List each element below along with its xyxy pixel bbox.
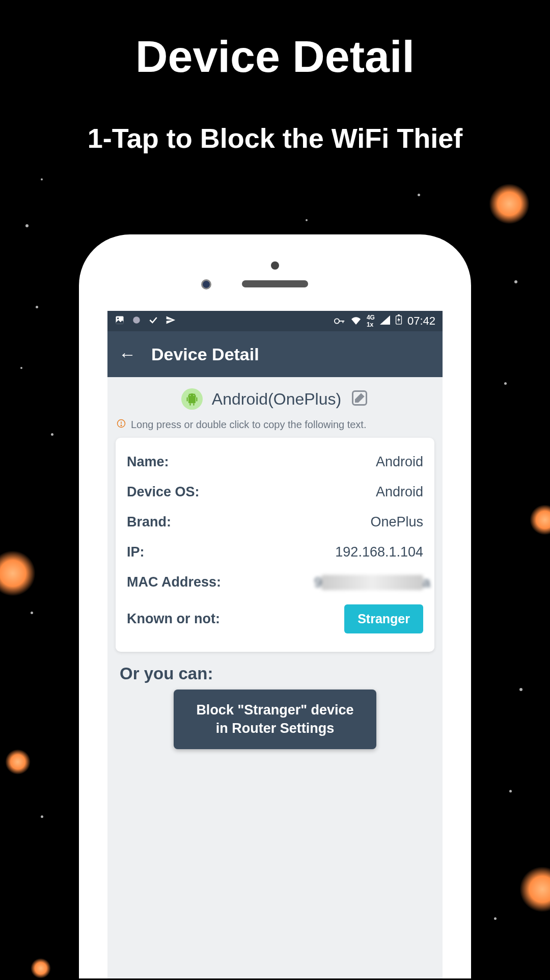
row-brand[interactable]: Brand: OnePlus	[127, 507, 423, 537]
row-mac[interactable]: MAC Address:	[127, 567, 423, 597]
promo-title: Device Detail	[0, 31, 550, 83]
promo-subtitle: 1-Tap to Block the WiFi Thief	[0, 122, 550, 154]
row-name[interactable]: Name: Android	[127, 447, 423, 477]
status-bar: 4G1x 07:42	[107, 311, 443, 331]
image-icon	[115, 315, 125, 328]
brand-label: Brand:	[127, 514, 171, 530]
details-card: Name: Android Device OS: Android Brand: …	[116, 438, 434, 652]
stranger-button[interactable]: Stranger	[344, 604, 423, 633]
hint-text: Long press or double click to copy the f…	[131, 419, 366, 431]
svg-rect-9	[186, 398, 187, 402]
or-title: Or you can:	[120, 664, 430, 683]
signal-icon	[380, 314, 390, 328]
battery-icon	[395, 314, 402, 328]
known-label: Known or not:	[127, 611, 220, 627]
svg-point-2	[133, 316, 140, 324]
checkmark-icon	[148, 315, 158, 328]
svg-point-13	[189, 395, 190, 396]
svg-rect-7	[398, 314, 400, 316]
block-stranger-button[interactable]: Block "Stranger" device in Router Settin…	[174, 690, 376, 749]
svg-rect-10	[196, 398, 197, 402]
ip-label: IP:	[127, 544, 145, 560]
send-icon	[166, 315, 176, 328]
mac-label: MAC Address:	[127, 574, 221, 590]
phone-camera-dot	[271, 261, 279, 270]
or-section: Or you can: Block "Stranger" device in R…	[107, 652, 443, 758]
app-bar-title: Device Detail	[151, 345, 259, 364]
data-4g-icon: 4G1x	[367, 314, 375, 328]
device-header: Android(OnePlus)	[107, 377, 443, 414]
wifi-icon	[350, 314, 362, 328]
svg-point-18	[121, 425, 122, 426]
phone-frame: 4G1x 07:42 ← Device Detail A	[79, 234, 471, 978]
svg-rect-11	[189, 403, 190, 406]
mac-value-blurred	[321, 575, 423, 590]
svg-point-1	[117, 317, 119, 319]
svg-rect-8	[188, 398, 196, 404]
back-arrow-icon[interactable]: ←	[119, 345, 136, 364]
status-time: 07:42	[407, 314, 435, 328]
svg-rect-12	[193, 403, 194, 406]
ip-value: 192.168.1.104	[335, 544, 423, 560]
key-icon	[334, 314, 345, 328]
name-label: Name:	[127, 454, 169, 470]
edit-icon[interactable]	[350, 389, 369, 409]
block-line-2: in Router Settings	[216, 721, 335, 736]
name-value: Android	[376, 454, 423, 470]
device-name: Android(OnePlus)	[212, 390, 341, 409]
os-value: Android	[376, 484, 423, 500]
row-known: Known or not: Stranger	[127, 597, 423, 641]
hint-row: Long press or double click to copy the f…	[107, 414, 443, 438]
row-ip[interactable]: IP: 192.168.1.104	[127, 537, 423, 567]
os-label: Device OS:	[127, 484, 200, 500]
brand-value: OnePlus	[370, 514, 423, 530]
row-os[interactable]: Device OS: Android	[127, 477, 423, 507]
app-bar: ← Device Detail	[107, 331, 443, 377]
svg-rect-4	[339, 321, 344, 322]
phone-front-camera	[201, 279, 211, 289]
svg-point-14	[193, 395, 194, 396]
alert-icon	[117, 419, 126, 431]
svg-point-3	[335, 319, 339, 323]
circle-icon	[132, 315, 141, 327]
block-line-1: Block "Stranger" device	[196, 702, 353, 718]
phone-screen: 4G1x 07:42 ← Device Detail A	[107, 311, 443, 978]
android-icon	[181, 388, 203, 410]
phone-speaker	[242, 280, 308, 287]
svg-rect-5	[342, 321, 343, 323]
